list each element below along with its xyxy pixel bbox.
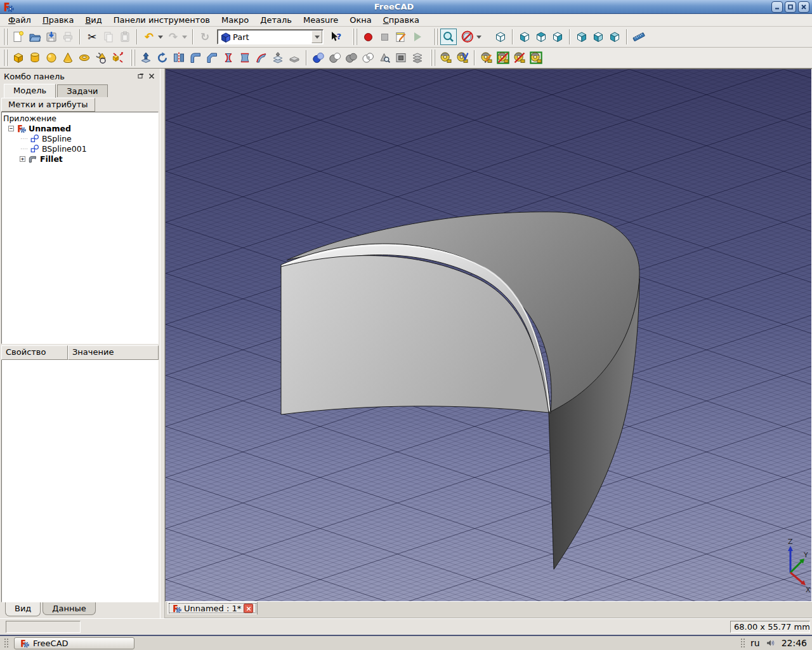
view-axonometric-button[interactable] xyxy=(492,29,509,45)
measure-angular-button[interactable] xyxy=(454,50,471,66)
revolve-button[interactable] xyxy=(154,50,171,66)
draw-style-button[interactable] xyxy=(459,29,476,45)
draw-style-dropdown-caret[interactable] xyxy=(476,36,481,39)
toolbar-handle[interactable] xyxy=(3,29,8,45)
view-bottom-button[interactable] xyxy=(590,29,606,45)
maximize-button[interactable] xyxy=(785,1,796,13)
thickness-button[interactable] xyxy=(286,50,303,66)
fit-all-button[interactable] xyxy=(440,29,457,45)
ruled-surface-button[interactable] xyxy=(220,50,237,66)
tab-model[interactable]: Модель xyxy=(4,84,56,98)
tree-item-bspline[interactable]: BSpline xyxy=(3,133,158,143)
minimize-button[interactable] xyxy=(771,1,783,13)
tree-item-bspline001[interactable]: BSpline001 xyxy=(3,143,158,154)
undo-dropdown-caret[interactable] xyxy=(158,36,163,39)
panel-splitter[interactable] xyxy=(160,69,165,618)
volume-icon[interactable] xyxy=(765,638,776,648)
value-column[interactable]: Значение xyxy=(68,345,159,360)
whats-this-button[interactable] xyxy=(327,29,344,45)
fillet-button[interactable] xyxy=(187,50,204,66)
boolean-union-button[interactable] xyxy=(343,50,360,66)
taskbar-freecad-button[interactable]: FreeCAD xyxy=(14,637,134,649)
property-column[interactable]: Свойство xyxy=(1,345,68,360)
measure-distance-button[interactable] xyxy=(631,29,647,45)
shape-builder-button[interactable] xyxy=(109,50,126,66)
tree-item-document[interactable]: − Unnamed xyxy=(3,123,158,133)
macro-stop-button[interactable] xyxy=(376,29,393,45)
tab-tasks[interactable]: Задачи xyxy=(57,84,107,97)
boolean-intersection-button[interactable] xyxy=(360,50,376,66)
print-button[interactable] xyxy=(60,29,76,45)
3d-viewport[interactable]: Z Y X xyxy=(165,69,812,602)
keyboard-layout-indicator[interactable]: ru xyxy=(750,638,760,648)
new-document-button[interactable] xyxy=(10,29,27,45)
menu-windows[interactable]: Окна xyxy=(344,15,377,25)
measure-refresh-button[interactable] xyxy=(478,50,495,66)
box-button[interactable] xyxy=(10,50,27,66)
macro-edit-button[interactable] xyxy=(393,29,409,45)
loft-button[interactable] xyxy=(237,50,253,66)
copy-button[interactable] xyxy=(100,29,117,45)
clock[interactable]: 22:46 xyxy=(782,638,807,648)
view-rear-button[interactable] xyxy=(573,29,590,45)
sphere-button[interactable] xyxy=(43,50,60,66)
view-top-button[interactable] xyxy=(533,29,549,45)
tree-item-fillet[interactable]: + Fillet xyxy=(3,154,158,164)
menu-help[interactable]: Справка xyxy=(377,15,425,25)
measure-toggle-3d-button[interactable] xyxy=(528,50,544,66)
menu-part[interactable]: Деталь xyxy=(254,15,298,25)
mirror-button[interactable] xyxy=(171,50,187,66)
workbench-selector[interactable]: Part xyxy=(217,29,324,44)
3d-model-fillet-surface[interactable] xyxy=(281,212,639,569)
measure-linear-button[interactable] xyxy=(438,50,454,66)
property-editor[interactable] xyxy=(1,360,159,602)
menu-edit[interactable]: Правка xyxy=(37,15,79,25)
offset-button[interactable] xyxy=(270,50,286,66)
expand-expander[interactable]: + xyxy=(20,156,25,162)
cylinder-button[interactable] xyxy=(27,50,43,66)
menu-measure[interactable]: Measure xyxy=(298,15,344,25)
menu-macro[interactable]: Макро xyxy=(216,15,254,25)
boolean-button[interactable] xyxy=(310,50,327,66)
section-button[interactable] xyxy=(393,50,409,66)
check-geometry-button[interactable] xyxy=(376,50,393,66)
document-tab-close-button[interactable] xyxy=(244,604,253,613)
redo-button[interactable]: ↷ xyxy=(165,29,181,45)
close-button[interactable] xyxy=(798,1,809,13)
model-tree[interactable]: Приложение − Unnamed BSpline BSpline001 … xyxy=(1,112,159,344)
menu-view[interactable]: Вид xyxy=(79,15,107,25)
tab-view[interactable]: Вид xyxy=(5,602,41,616)
save-button[interactable] xyxy=(43,29,60,45)
menu-file[interactable]: Файл xyxy=(3,15,37,25)
tray-grip[interactable] xyxy=(740,638,745,648)
chamfer-button[interactable] xyxy=(204,50,220,66)
redo-dropdown-caret[interactable] xyxy=(182,36,187,39)
undo-button[interactable]: ↶ xyxy=(141,29,157,45)
create-primitives-button[interactable] xyxy=(93,50,109,66)
toolbar-handle[interactable] xyxy=(353,29,358,45)
labels-attributes-header[interactable]: Метки и атрибуты xyxy=(1,98,95,112)
view-left-button[interactable] xyxy=(606,29,623,45)
toolbar-handle[interactable] xyxy=(433,29,438,45)
cross-sections-button[interactable] xyxy=(409,50,426,66)
panel-close-button[interactable] xyxy=(147,72,156,81)
macro-play-button[interactable] xyxy=(409,29,426,45)
measure-toggle-all-button[interactable] xyxy=(511,50,528,66)
paste-button[interactable] xyxy=(117,29,133,45)
collapse-expander[interactable]: − xyxy=(8,126,14,131)
cut-button[interactable]: ✂ xyxy=(84,29,100,45)
refresh-button[interactable]: ↻ xyxy=(197,29,213,45)
tab-data[interactable]: Данные xyxy=(43,602,95,615)
view-right-button[interactable] xyxy=(549,29,566,45)
toolbar-handle[interactable] xyxy=(3,50,8,66)
taskbar-grip[interactable] xyxy=(4,638,9,648)
open-button[interactable] xyxy=(27,29,43,45)
panel-float-button[interactable] xyxy=(136,72,145,81)
view-front-button[interactable] xyxy=(516,29,533,45)
freecad-app-icon[interactable] xyxy=(3,1,14,13)
cone-button[interactable] xyxy=(60,50,76,66)
menu-toolbars[interactable]: Панели инструментов xyxy=(108,15,216,25)
macro-record-button[interactable] xyxy=(360,29,376,45)
measure-clear-all-button[interactable] xyxy=(495,50,511,66)
workbench-dropdown-button[interactable] xyxy=(311,30,322,43)
